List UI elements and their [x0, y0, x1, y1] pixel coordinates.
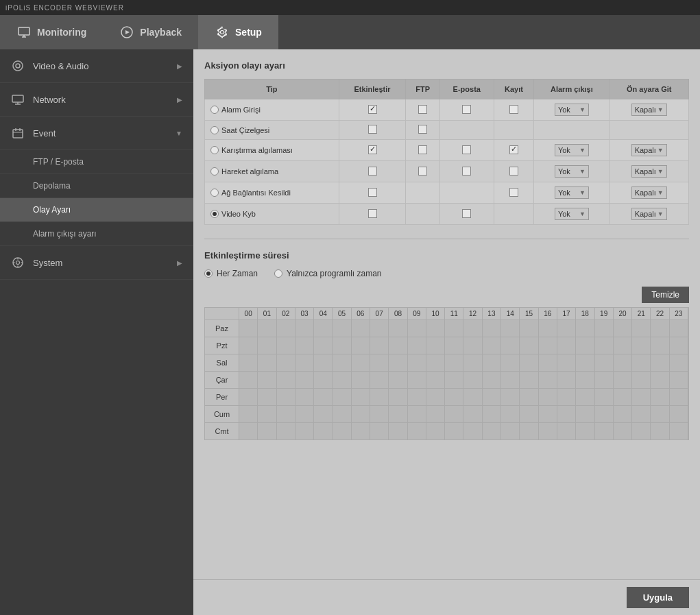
cb-eposta-6[interactable]: [462, 209, 471, 218]
time-cell[interactable]: [352, 423, 370, 439]
time-cell[interactable]: [239, 354, 258, 371]
radio-karistirma[interactable]: [210, 146, 219, 154]
time-cell[interactable]: [520, 389, 538, 405]
time-cell[interactable]: [539, 423, 557, 439]
time-cell[interactable]: [408, 389, 426, 405]
time-cell[interactable]: [426, 337, 445, 354]
time-cell[interactable]: [408, 337, 426, 354]
time-cell[interactable]: [295, 372, 314, 388]
cb-eposta-3[interactable]: [462, 145, 471, 154]
time-cell[interactable]: [670, 423, 688, 439]
time-cell[interactable]: [520, 423, 538, 439]
time-cell[interactable]: [239, 337, 258, 354]
time-cell[interactable]: [520, 337, 538, 354]
time-cell[interactable]: [483, 354, 501, 371]
time-cell[interactable]: [389, 337, 407, 354]
time-cell[interactable]: [239, 423, 258, 439]
sidebar-item-video-audio[interactable]: Video & Audio ▶: [0, 49, 193, 83]
select-alarm-4[interactable]: Yok▼: [555, 165, 589, 178]
time-cell[interactable]: [370, 389, 389, 405]
time-cell[interactable]: [576, 320, 594, 337]
time-cell[interactable]: [445, 337, 463, 354]
time-cell[interactable]: [557, 337, 576, 354]
time-cell[interactable]: [352, 354, 370, 371]
time-cell[interactable]: [352, 406, 370, 422]
time-cell[interactable]: [539, 354, 557, 371]
select-onayara-3[interactable]: Kapalı▼: [631, 144, 667, 156]
time-cell[interactable]: [614, 354, 632, 371]
select-onayara-4[interactable]: Kapalı▼: [631, 165, 667, 178]
time-cell[interactable]: [408, 320, 426, 337]
time-cell[interactable]: [389, 423, 407, 439]
time-cell[interactable]: [651, 337, 669, 354]
cb-kayit-4[interactable]: [509, 167, 518, 176]
time-cell[interactable]: [258, 354, 276, 371]
time-cell[interactable]: [463, 320, 482, 337]
time-cell[interactable]: [426, 423, 445, 439]
cb-etkinlestir-5[interactable]: [368, 188, 377, 197]
time-cell[interactable]: [408, 354, 426, 371]
time-cell[interactable]: [352, 372, 370, 388]
sidebar-subitem-event-settings[interactable]: Olay Ayarı: [0, 198, 193, 222]
time-cell[interactable]: [333, 423, 351, 439]
time-cell[interactable]: [576, 406, 594, 422]
time-cell[interactable]: [501, 406, 520, 422]
time-cell[interactable]: [483, 423, 501, 439]
time-cell[interactable]: [426, 389, 445, 405]
time-cell[interactable]: [389, 389, 407, 405]
time-cell[interactable]: [632, 389, 651, 405]
time-cell[interactable]: [595, 389, 614, 405]
time-cell[interactable]: [614, 406, 632, 422]
time-cell[interactable]: [614, 423, 632, 439]
time-cell[interactable]: [576, 337, 594, 354]
time-cell[interactable]: [277, 354, 295, 371]
clear-button[interactable]: Temizle: [642, 287, 689, 303]
time-cell[interactable]: [651, 389, 669, 405]
time-cell[interactable]: [239, 372, 258, 388]
cb-ftp-2[interactable]: [418, 125, 427, 134]
cb-kayit-3[interactable]: [509, 145, 518, 154]
time-cell[interactable]: [539, 389, 557, 405]
time-cell[interactable]: [314, 354, 333, 371]
cb-etkinlestir-6[interactable]: [368, 209, 377, 218]
time-cell[interactable]: [426, 354, 445, 371]
time-cell[interactable]: [595, 354, 614, 371]
time-cell[interactable]: [670, 406, 688, 422]
time-cell[interactable]: [557, 372, 576, 388]
time-cell[interactable]: [295, 354, 314, 371]
time-cell[interactable]: [333, 389, 351, 405]
cb-etkinlestir-1[interactable]: [368, 105, 377, 114]
time-cell[interactable]: [501, 423, 520, 439]
time-cell[interactable]: [539, 337, 557, 354]
cb-eposta-4[interactable]: [462, 167, 471, 176]
time-cell[interactable]: [651, 372, 669, 388]
time-cell[interactable]: [277, 372, 295, 388]
time-cell[interactable]: [370, 423, 389, 439]
time-cell[interactable]: [651, 354, 669, 371]
time-cell[interactable]: [389, 406, 407, 422]
time-cell[interactable]: [445, 406, 463, 422]
time-cell[interactable]: [333, 337, 351, 354]
time-cell[interactable]: [576, 423, 594, 439]
time-cell[interactable]: [557, 423, 576, 439]
radio-video[interactable]: [210, 210, 219, 218]
time-cell[interactable]: [352, 337, 370, 354]
time-cell[interactable]: [426, 320, 445, 337]
time-cell[interactable]: [314, 406, 333, 422]
time-cell[interactable]: [295, 423, 314, 439]
time-cell[interactable]: [557, 406, 576, 422]
time-cell[interactable]: [520, 354, 538, 371]
rb-always[interactable]: [204, 269, 213, 278]
time-cell[interactable]: [595, 423, 614, 439]
sidebar-subitem-ftp-email[interactable]: FTP / E-posta: [0, 150, 193, 174]
sidebar-subitem-alarm-output[interactable]: Alarm çıkışı ayarı: [0, 222, 193, 246]
time-cell[interactable]: [670, 320, 688, 337]
time-cell[interactable]: [483, 337, 501, 354]
time-cell[interactable]: [576, 389, 594, 405]
select-alarm-3[interactable]: Yok▼: [555, 144, 589, 156]
time-cell[interactable]: [277, 423, 295, 439]
tab-setup[interactable]: Setup: [198, 15, 278, 49]
select-onayara-5[interactable]: Kapalı▼: [631, 186, 667, 199]
time-cell[interactable]: [614, 320, 632, 337]
time-cell[interactable]: [389, 320, 407, 337]
